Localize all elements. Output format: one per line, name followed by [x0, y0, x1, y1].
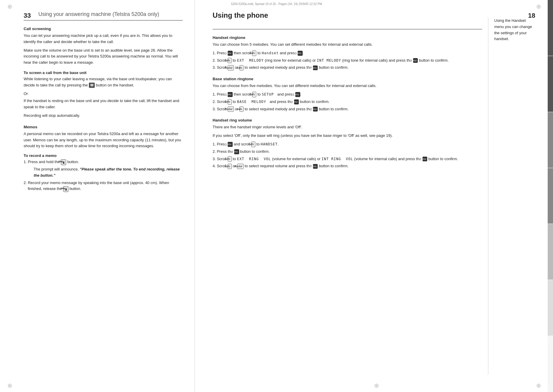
- bar-seg-3: [548, 112, 553, 168]
- section-record-memo: To record a memo 1. Press and hold the S…: [24, 153, 183, 192]
- menu-icon-4: Menu: [313, 65, 318, 70]
- menu-icon-1: Menu: [228, 51, 233, 55]
- bar-seg-7: [548, 336, 553, 392]
- para-handset-ringtone-intro: You can choose from 5 melodies. You can …: [213, 42, 482, 48]
- base-ringtone-steps: 1. Press Menu then scroll calls to SETUP…: [213, 91, 482, 112]
- left-page: ⊕ ⊕ 33 Using your answering machine (Tel…: [0, 0, 195, 392]
- skip-icon-2: Skip▮: [63, 186, 68, 192]
- bar-seg-2: [548, 56, 553, 112]
- calls-icon-2: calls: [228, 58, 232, 63]
- redial-icon-1: Redial: [228, 65, 234, 70]
- para-base-ringtone-intro: You can choose from five melodies. You c…: [213, 83, 482, 89]
- redial-icon-3: Redial: [237, 164, 244, 169]
- section-call-screening: Call screening You can let your answerin…: [24, 27, 183, 66]
- record-memo-step-1b: The prompt will announce, "Please speak …: [28, 166, 183, 179]
- para-hrv-1: There are five handset ringer volume lev…: [213, 124, 482, 130]
- reg-mark-tr: ⊕: [536, 3, 541, 10]
- prompt-text: "Please speak after the tone. To end rec…: [34, 167, 180, 178]
- menu-icon-8: Menu: [313, 107, 318, 111]
- side-decoration-bars: [548, 0, 553, 392]
- reg-mark-br: ⊕: [536, 382, 541, 389]
- menu-icon-11: Menu: [423, 157, 428, 161]
- bar-seg-5: [548, 224, 553, 280]
- top-divider-left: [24, 20, 183, 21]
- para-call-screening-2: Make sure the volume on the base unit is…: [24, 47, 183, 66]
- br-step-3: 3. Scroll Redial or calls to select requ…: [213, 106, 482, 112]
- para-screen-3: Recording will stop automatically.: [24, 113, 183, 119]
- page-title-left: Using your answering machine (Telstra 52…: [38, 11, 159, 17]
- section-handset-ringtone: Handset ringtone You can choose from 5 m…: [213, 35, 482, 71]
- calls-icon-6: calls: [239, 106, 244, 112]
- para-hrv-2: If you select 'Off', only the base will …: [213, 133, 482, 139]
- hrv-step-2: 2. Press the Menu button to confirm.: [213, 149, 482, 155]
- right-main-content: Handset ringtone You can choose from 5 m…: [213, 18, 488, 374]
- heading-call-screening: Call screening: [24, 27, 183, 31]
- heading-record-memo: To record a memo: [24, 153, 183, 158]
- br-step-1: 1. Press Menu then scroll calls to SETUP…: [213, 91, 482, 98]
- handset-icon-1: ☎: [89, 83, 95, 88]
- reg-mark-tl: ⊕: [7, 3, 12, 10]
- section-screen-call: To screen a call from the base unit Whil…: [24, 70, 183, 119]
- bar-seg-1: [548, 0, 553, 56]
- section-memos: Memos A personal memo can be recorded on…: [24, 125, 183, 149]
- hr-step-1: 1. Press Menu then scroll calls to Hands…: [213, 50, 482, 56]
- page-spread: 5200-5200a.indd, Spread 19 of 26 - Pages…: [0, 0, 553, 392]
- heading-handset-ringtone: Handset ringtone: [213, 35, 482, 40]
- bar-seg-6: [548, 280, 553, 336]
- page-title-right: Using the phone: [213, 11, 268, 19]
- heading-handset-ring-volume: Handset ring volume: [213, 118, 482, 122]
- menu-icon-2: Menu: [298, 51, 303, 55]
- menu-icon-6: Menu: [295, 92, 300, 97]
- reg-mark-bl: ⊕: [7, 382, 12, 389]
- skip-icon-1: Skip▮: [61, 159, 66, 165]
- heading-base-ringtone: Base station ringtone: [213, 77, 482, 81]
- calls-icon-4: calls: [252, 92, 256, 97]
- calls-icon-9: calls: [228, 164, 232, 169]
- menu-icon-3: Menu: [413, 58, 418, 63]
- para-memos-1: A personal memo can be recorded on your …: [24, 131, 183, 149]
- section-handset-ring-volume: Handset ring volume There are five hands…: [213, 118, 482, 169]
- top-divider-right: [213, 29, 482, 29]
- hrv-step-4: 4. Scroll calls or Redial to select requ…: [213, 163, 482, 169]
- calls-icon-3: calls: [239, 65, 244, 70]
- hr-step-3: 3. Scroll Redial or calls to select requ…: [213, 65, 482, 71]
- heading-memos: Memos: [24, 125, 183, 129]
- para-call-screening-1: You can let your answering machine pick …: [24, 33, 183, 45]
- heading-screen-call: To screen a call from the base unit: [24, 70, 183, 75]
- page-number-left: 33: [24, 12, 31, 19]
- calls-icon-8: calls: [228, 156, 232, 162]
- page-number-right: 18: [528, 12, 535, 19]
- calls-icon-5: calls: [228, 99, 232, 104]
- para-screen-2: If the handset is resting on the base un…: [24, 98, 183, 110]
- bar-seg-4: [548, 168, 553, 224]
- redial-icon-2: Redial: [228, 106, 234, 112]
- record-memo-list: 1. Press and hold the Skip▮ button. The …: [24, 159, 183, 192]
- record-memo-step-1: 1. Press and hold the Skip▮ button.: [24, 159, 183, 165]
- hrv-step-3: 3. Scroll calls to EXT RING VOL (volume …: [213, 156, 482, 162]
- right-page: ⊕ ⊕ ⊕ Using the phone 18 Handset rington…: [195, 0, 553, 392]
- right-sidebar: Using the Handset menu you can change th…: [488, 18, 535, 374]
- para-screen-1: While listening to your caller leaving a…: [24, 76, 183, 88]
- hrv-steps: 1. Press Menu and scroll calls to HANDSE…: [213, 141, 482, 169]
- menu-icon-7: Menu: [294, 99, 299, 104]
- handset-ringtone-steps: 1. Press Menu then scroll calls to Hands…: [213, 50, 482, 71]
- reg-mark-bc: ⊕: [374, 382, 379, 389]
- record-memo-step-2: 2. Record your memo message by speaking …: [24, 180, 183, 192]
- hr-step-2: 2. Scroll calls to EXT MELODY (ring tone…: [213, 58, 482, 64]
- or-text: Or: [24, 91, 183, 97]
- calls-icon-7: calls: [251, 142, 255, 147]
- hrv-step-1: 1. Press Menu and scroll calls to HANDSE…: [213, 141, 482, 147]
- menu-icon-10: Menu: [234, 149, 239, 154]
- menu-icon-9: Menu: [228, 142, 233, 147]
- menu-icon-12: Menu: [313, 164, 318, 169]
- section-base-ringtone: Base station ringtone You can choose fro…: [213, 77, 482, 112]
- calls-icon-1: calls: [252, 50, 256, 56]
- menu-icon-5: Menu: [228, 92, 233, 97]
- br-step-2: 2. Scroll calls to BASE MELODY and press…: [213, 99, 482, 105]
- sidebar-text: Using the Handset menu you can change th…: [494, 18, 535, 42]
